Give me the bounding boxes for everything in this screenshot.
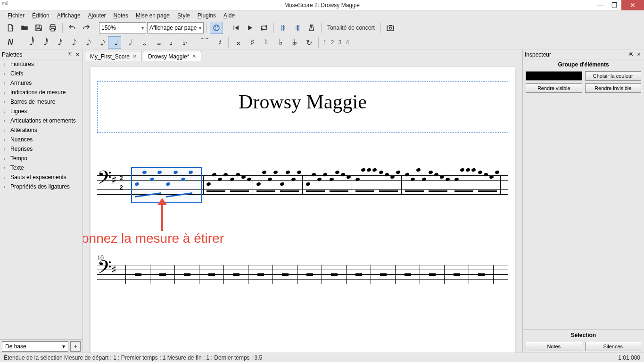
palette-item[interactable]: ›Sauts et espacements [0, 173, 83, 182]
loop-button[interactable] [257, 22, 271, 34]
open-file-button[interactable] [18, 22, 31, 34]
voice-1[interactable]: 1 [322, 39, 328, 46]
note-input-button[interactable]: N [4, 36, 17, 49]
sharp-button[interactable]: ♯ [246, 36, 259, 49]
close-button[interactable]: ✕ [621, 0, 644, 10]
undo-button[interactable] [66, 22, 79, 34]
duration-double-dot[interactable]: 𝅘𝅥·· [179, 36, 192, 49]
minimize-button[interactable]: — [593, 0, 607, 10]
tab-drowsy-maggie[interactable]: Drowsy Maggie* ✕ [143, 51, 201, 61]
chevron-right-icon: › [4, 184, 8, 189]
duration-breve[interactable]: 𝅜 [150, 36, 164, 49]
add-palette-button[interactable]: + [70, 341, 81, 352]
voice-2[interactable]: 2 [329, 39, 336, 46]
duration-32nd[interactable]: 𝅘𝅥𝅰 [37, 36, 50, 49]
palette-item[interactable]: ›Indications de mesure [0, 88, 83, 97]
flat-button[interactable]: ♭ [274, 36, 287, 49]
inspector-panel: Inspecteur ⇱ ✕ Groupe d'éléments Choisir… [522, 50, 644, 353]
duration-quarter[interactable]: 𝅘𝅥 [108, 36, 121, 49]
chevron-right-icon: › [4, 147, 8, 152]
menu-aide[interactable]: Aide [220, 11, 239, 20]
palette-item[interactable]: ›Armures [0, 78, 83, 88]
view-mode-select[interactable]: Affichage par page ▾ [147, 22, 204, 33]
repeat-end-button[interactable] [291, 22, 304, 34]
close-icon[interactable]: ✕ [636, 51, 642, 58]
palette-toggle-button[interactable] [210, 22, 223, 34]
duration-64th[interactable]: 𝅘𝅥𝅱 [23, 36, 36, 49]
voice-4[interactable]: 4 [344, 39, 351, 46]
zoom-select[interactable]: 150% ▾ [99, 22, 146, 33]
metronome-button[interactable] [305, 22, 318, 34]
score-title[interactable]: Drowsy Maggie [91, 90, 515, 113]
palette-item[interactable]: ›Tempo [0, 154, 83, 163]
color-swatch[interactable] [526, 71, 582, 81]
concert-pitch-label[interactable]: Tonalité de concert [324, 25, 378, 31]
palette-item[interactable]: ›Propriétés des ligatures [0, 182, 83, 191]
menu-style[interactable]: Style [173, 11, 194, 20]
tie-button[interactable]: ⁀ [198, 36, 211, 49]
svg-point-0 [214, 25, 219, 31]
palette-item[interactable]: ›Barres de mesure [0, 97, 83, 107]
menu-mise-en-page[interactable]: Mise en page [132, 11, 173, 20]
double-sharp-button[interactable]: 𝄪 [231, 36, 245, 49]
screenshot-button[interactable] [384, 22, 397, 34]
selection-notes-button[interactable]: Notes [526, 342, 582, 351]
menu-plugins[interactable]: Plugins [194, 11, 220, 20]
menu-ajouter[interactable]: Ajouter [84, 11, 110, 20]
menu-affichage[interactable]: Affichage [53, 11, 84, 20]
voice-3[interactable]: 3 [337, 39, 343, 46]
duration-dot[interactable]: 𝅘𝅥· [165, 36, 178, 49]
redo-button[interactable] [80, 22, 93, 34]
maximize-button[interactable]: ❐ [607, 0, 621, 10]
menu-fichier[interactable]: Fichier [4, 11, 28, 20]
palette-preset-select[interactable]: De base ▾ [2, 341, 68, 352]
chevron-right-icon: › [4, 175, 8, 180]
chevron-right-icon: › [4, 137, 8, 142]
rest-button[interactable]: 𝄽 [212, 36, 225, 49]
palette-item[interactable]: ›Fioritures [0, 59, 83, 69]
duration-8th-2[interactable]: 𝅘𝅥𝅮 [80, 36, 93, 49]
print-button[interactable] [46, 22, 59, 34]
score-view[interactable]: Drowsy Maggie 𝄢 ♯ 2 2 [83, 61, 522, 353]
palette-item[interactable]: ›Lignes [0, 107, 83, 116]
staff-system-2: 𝄢 ♯ [97, 265, 508, 284]
save-button[interactable] [32, 22, 45, 34]
undock-icon[interactable]: ⇱ [628, 51, 635, 58]
duration-8th-3[interactable]: 𝅘𝅥𝅮 [94, 36, 107, 49]
repeat-start-button[interactable] [277, 22, 290, 34]
close-icon[interactable]: ✕ [74, 51, 81, 58]
svg-point-3 [215, 28, 216, 29]
close-icon[interactable]: ✕ [192, 53, 196, 59]
menu-notes[interactable]: Notes [110, 11, 132, 20]
make-visible-button[interactable]: Rendre visible [526, 83, 582, 93]
palette-item[interactable]: ›Articulations et ornements [0, 116, 83, 125]
tab-my-first-score[interactable]: My_First_Score ✕ [85, 51, 142, 61]
choose-color-button[interactable]: Choisir la couleur [585, 71, 642, 81]
menu-edition[interactable]: Édition [28, 11, 53, 20]
palette-item[interactable]: ›Texte [0, 163, 83, 173]
chevron-down-icon: ▾ [62, 343, 65, 350]
key-signature: ♯ [111, 263, 117, 276]
selection-rests-button[interactable]: Silences [585, 342, 642, 351]
inspector-selection-title: Sélection [523, 330, 644, 340]
rewind-button[interactable] [229, 22, 242, 34]
palette-item[interactable]: ›Altérations [0, 125, 83, 135]
palette-item[interactable]: ›Nuances [0, 135, 83, 144]
duration-8th[interactable]: 𝅘𝅥𝅮 [66, 36, 79, 49]
undock-icon[interactable]: ⇱ [66, 51, 73, 58]
titlebar: mū MuseScore 2: Drowsy Maggie — ❐ ✕ [0, 0, 644, 10]
play-button[interactable] [243, 22, 256, 34]
duration-half[interactable]: 𝅗𝅥 [122, 36, 135, 49]
make-invisible-button[interactable]: Rendre invisible [585, 83, 642, 93]
palette-item[interactable]: ›Clefs [0, 69, 83, 78]
palette-item[interactable]: ›Reprises [0, 144, 83, 154]
score-page: Drowsy Maggie 𝄢 ♯ 2 2 [91, 67, 515, 353]
flip-button[interactable]: ↻ [302, 36, 315, 49]
duration-16th[interactable]: 𝅘𝅥𝅯 [51, 36, 65, 49]
duration-whole[interactable]: 𝅝 [136, 36, 149, 49]
natural-button[interactable]: ♮ [260, 36, 273, 49]
palettes-title: Palettes [2, 51, 22, 58]
close-icon[interactable]: ✕ [132, 53, 137, 59]
new-file-button[interactable] [4, 22, 17, 34]
double-flat-button[interactable]: 𝄫 [288, 36, 301, 49]
